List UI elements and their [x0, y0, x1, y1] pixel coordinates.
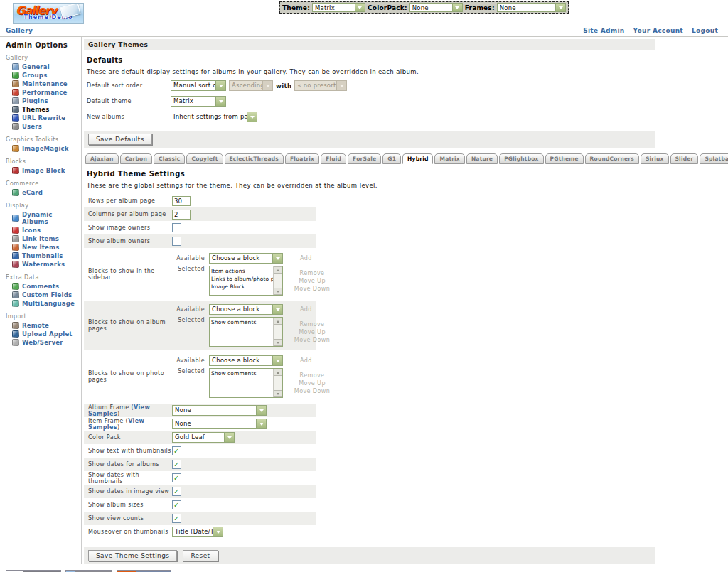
scroll-up-icon[interactable] [274, 266, 282, 274]
scroll-down-icon[interactable] [274, 339, 282, 346]
tab-forsale[interactable]: ForSale [348, 153, 381, 164]
sidebar-item-plugins[interactable]: Plugins [6, 97, 80, 105]
move-down-link[interactable]: Move Down [291, 387, 333, 395]
sidebar-item-multilanguage[interactable]: MultiLanguage [6, 299, 80, 308]
tab-classic[interactable]: Classic [154, 153, 185, 164]
scroll-up-icon[interactable] [274, 318, 282, 325]
album-frame-select[interactable]: None [172, 405, 267, 416]
tab-siriux[interactable]: Siriux [641, 153, 669, 164]
logout-link[interactable]: Logout [692, 27, 718, 34]
reset-button[interactable]: Reset [183, 550, 218, 561]
scroll-down-icon[interactable] [274, 390, 282, 397]
tab-ajaxian[interactable]: Ajaxian [85, 153, 119, 164]
tab-floatrix[interactable]: Floatrix [285, 153, 319, 164]
save-defaults-button[interactable]: Save Defaults [88, 134, 152, 145]
save-theme-settings-button[interactable]: Save Theme Settings [88, 550, 177, 561]
show-album-sizes-checkbox[interactable]: ✓ [172, 500, 181, 509]
move-down-link[interactable]: Move Down [291, 336, 333, 344]
sidebar-item-link-items[interactable]: Link Items [6, 234, 80, 243]
view-samples-link[interactable]: View Samples [88, 404, 150, 417]
view-samples-link[interactable]: View Samples [88, 418, 144, 431]
sidebar-item-remote[interactable]: Remote [6, 321, 80, 330]
sidebar-item-comments[interactable]: Comments [6, 282, 80, 291]
sidebar-item-ecard[interactable]: eCard [6, 188, 80, 197]
album-pages-blocks-list[interactable]: Show comments [209, 317, 283, 347]
scroll-down-icon[interactable] [274, 288, 282, 295]
sidebar-item-web-server[interactable]: Web/Server [6, 338, 80, 347]
default-sort-order-select[interactable]: Manual sort order [171, 80, 226, 91]
default-theme-select[interactable]: Matrix [171, 96, 226, 107]
breadcrumb-gallery[interactable]: Gallery [6, 27, 33, 34]
gallery-logo[interactable]: Gallery Theme Demo [13, 3, 84, 24]
show-image-owners-checkbox[interactable] [172, 223, 181, 232]
tab-pgtheme[interactable]: PGtheme [545, 153, 584, 164]
remove-link[interactable]: Remove [291, 372, 333, 379]
sidebar-item-image-block[interactable]: Image Block [6, 166, 80, 175]
tab-hybrid[interactable]: Hybrid [402, 153, 433, 164]
show-text-with-thumbnails-checkbox[interactable]: ✓ [172, 446, 181, 455]
sidebar-item-users[interactable]: Users [6, 122, 80, 131]
tab-nature[interactable]: Nature [466, 153, 498, 164]
show-view-counts-checkbox[interactable]: ✓ [172, 514, 181, 523]
list-option[interactable]: Show comments [211, 369, 273, 377]
show-dates-for-albums-checkbox[interactable]: ✓ [172, 460, 181, 469]
tab-copyleft[interactable]: Copyleft [186, 153, 223, 164]
new-albums-select[interactable]: Inherit settings from parent album [171, 112, 257, 122]
tab-fluid[interactable]: Fluid [321, 153, 346, 164]
sidebar-item-themes[interactable]: Themes [6, 105, 80, 114]
sidebar-item-dynamic-albums[interactable]: Dynamic Albums [6, 210, 80, 226]
move-up-link[interactable]: Move Up [291, 379, 333, 387]
available-blocks-select[interactable]: Choose a block [209, 253, 283, 264]
remove-link[interactable]: Remove [291, 269, 333, 277]
tab-slider[interactable]: Slider [670, 153, 699, 164]
sidebar-item-new-items[interactable]: New Items [6, 243, 80, 252]
sidebar-item-groups[interactable]: Groups [6, 71, 80, 80]
photo-pages-blocks-list[interactable]: Show comments [209, 368, 283, 398]
sidebar-item-icons[interactable]: Icons [6, 226, 80, 234]
sidebar-item-watermarks[interactable]: Watermarks [6, 260, 80, 269]
available-blocks-select[interactable]: Choose a block [209, 304, 283, 315]
tab-roundcorners[interactable]: RoundCorners [585, 153, 639, 164]
scroll-up-icon[interactable] [274, 369, 282, 376]
sidebar-item-upload-applet[interactable]: Upload Applet [6, 330, 80, 338]
move-up-link[interactable]: Move Up [291, 328, 333, 336]
tab-eclecticthreads[interactable]: EclecticThreads [225, 153, 284, 164]
add-link[interactable]: Add [300, 357, 312, 364]
columns-per-album-page-input[interactable] [172, 210, 191, 220]
show-dates-in-image-view-checkbox[interactable]: ✓ [172, 487, 181, 496]
list-option[interactable]: Show comments [211, 318, 273, 326]
tab-g1[interactable]: G1 [382, 153, 401, 164]
sidebar-item-thumbnails[interactable]: Thumbnails [6, 252, 80, 260]
tab-pglightbox[interactable]: PGlightbox [499, 153, 543, 164]
tab-splatbang[interactable]: Splatbang [700, 153, 728, 164]
remove-link[interactable]: Remove [291, 320, 333, 328]
tab-matrix[interactable]: Matrix [434, 153, 464, 164]
listbox-scrollbar[interactable] [273, 318, 282, 346]
move-down-link[interactable]: Move Down [291, 285, 333, 293]
show-dates-with-thumbnails-checkbox[interactable]: ✓ [172, 473, 181, 482]
add-link[interactable]: Add [300, 255, 312, 261]
your-account-link[interactable]: Your Account [633, 27, 683, 34]
colorpack-select[interactable]: None [410, 3, 463, 12]
rows-per-album-page-input[interactable] [172, 196, 191, 206]
frames-select[interactable]: None [497, 3, 566, 12]
listbox-scrollbar[interactable] [273, 369, 282, 397]
sidebar-item-general[interactable]: General [6, 63, 80, 71]
show-album-owners-checkbox[interactable] [172, 237, 181, 246]
tab-carbon[interactable]: Carbon [120, 153, 152, 164]
color-pack-select[interactable]: Gold Leaf [172, 432, 235, 443]
theme-select[interactable]: Matrix [312, 3, 365, 12]
sidebar-blocks-list[interactable]: Item actionsLinks to album/photo peersIm… [209, 266, 283, 296]
available-blocks-select[interactable]: Choose a block [209, 355, 283, 366]
item-frame-select[interactable]: None [172, 419, 267, 429]
sidebar-item-url-rewrite[interactable]: URL Rewrite [6, 114, 80, 122]
sidebar-item-maintenance[interactable]: Maintenance [6, 80, 80, 88]
list-option[interactable]: Item actions [211, 267, 273, 275]
list-option[interactable]: Image Block [211, 283, 273, 291]
sidebar-item-performance[interactable]: Performance [6, 88, 80, 97]
add-link[interactable]: Add [300, 306, 312, 313]
move-up-link[interactable]: Move Up [291, 277, 333, 285]
mouseover-on-thumbnails-select[interactable]: Title (Date/Time) [172, 527, 223, 537]
listbox-scrollbar[interactable] [273, 266, 282, 295]
sidebar-item-imagemagick[interactable]: ImageMagick [6, 144, 80, 153]
